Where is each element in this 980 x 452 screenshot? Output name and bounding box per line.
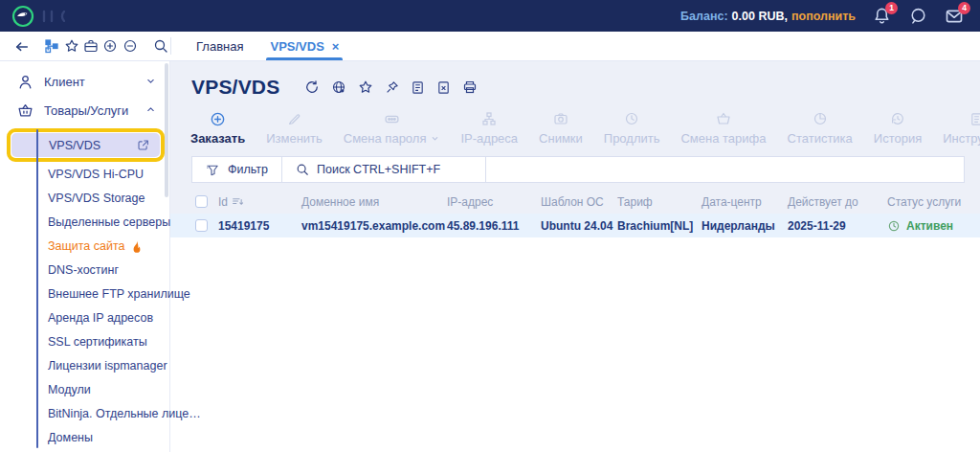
column-valid-until[interactable]: Действует до (788, 195, 887, 209)
table-empty-area (170, 237, 980, 452)
sidebar-item-label: DNS-хостинг (48, 259, 119, 282)
briefcase-icon[interactable] (81, 38, 100, 54)
support-chat[interactable] (907, 6, 928, 27)
cell-tariff: Brachium[NL] (617, 219, 702, 233)
sidebar-item-site-protection[interactable]: Защита сайта (0, 235, 169, 259)
renew-button[interactable]: Продлить (593, 111, 671, 146)
column-label: Id (218, 195, 228, 209)
back-arrow-icon[interactable] (11, 38, 31, 55)
pencil-icon (287, 111, 301, 126)
cell-os: Ubuntu 24.04 (541, 219, 617, 233)
ip-addresses-button[interactable]: IP-адреса (450, 111, 528, 146)
tab-close-icon[interactable]: × (332, 39, 340, 54)
sidebar-item-label: SSL сертификаты (48, 330, 147, 354)
sidebar-item-bitninja[interactable]: BitNinja. Отдельные лице… (0, 402, 169, 426)
sidebar-item-vps-hicpu[interactable]: VPS/VDS Hi-CPU (0, 163, 169, 187)
tab-vps-vds[interactable]: VPS/VDS × (270, 32, 339, 60)
globe-icon[interactable] (331, 79, 346, 95)
page-title: VPS/VDS (191, 76, 279, 99)
change-password-button[interactable]: Смена пароля (333, 111, 451, 146)
tab-vps-vds-label: VPS/VDS (270, 39, 323, 54)
sidebar-section-products[interactable]: Товары/Услуги (0, 96, 169, 124)
button-label: Смена тарифа (680, 131, 766, 146)
column-datacenter[interactable]: Дата-центр (702, 195, 788, 209)
statistics-button[interactable]: Статистика (777, 111, 863, 146)
column-tariff[interactable]: Тариф (617, 195, 702, 209)
button-label: Статистика (788, 131, 853, 146)
basket-icon (17, 102, 33, 119)
sidebar-scrollbar[interactable] (165, 63, 168, 197)
sidebar-section-label: Товары/Услуги (44, 103, 128, 118)
zoom-in-icon[interactable] (100, 38, 120, 54)
select-all-checkbox[interactable] (195, 195, 208, 208)
basket-icon (716, 111, 731, 126)
notifications-bell[interactable]: 1 (871, 6, 892, 27)
logo[interactable] (11, 5, 74, 28)
balance-value: 0.00 RUB, (732, 10, 788, 23)
column-status[interactable]: Статус услуги (887, 195, 980, 209)
plus-circle-icon (210, 111, 226, 126)
topbar-right: Баланс: 0.00 RUB, пополнить 1 4 (680, 6, 965, 27)
sidebar-item-domains[interactable]: Домены (0, 426, 169, 450)
cell-datacenter: Нидерланды (702, 219, 788, 233)
sidebar-item-modules[interactable]: Модули (0, 378, 169, 402)
search-trigger[interactable]: Поиск CTRL+SHIFT+F (282, 157, 485, 182)
print-icon[interactable] (462, 79, 478, 95)
export-icon[interactable] (436, 80, 451, 95)
sidebar-item-ftp[interactable]: Внешнее FTP хранилище (0, 282, 169, 306)
network-icon (481, 111, 497, 126)
order-button[interactable]: Заказать (180, 111, 256, 146)
status-badge: Активен (887, 219, 980, 233)
column-ip[interactable]: IP-адрес (447, 195, 541, 209)
report-icon[interactable] (411, 80, 425, 95)
refresh-icon[interactable] (304, 79, 320, 95)
status-clock-icon (887, 219, 901, 233)
column-domain[interactable]: Доменное имя (301, 195, 447, 209)
row-checkbox[interactable] (195, 219, 208, 232)
history-button[interactable]: История (863, 111, 932, 146)
zoom-out-icon[interactable] (120, 38, 139, 54)
search-icon[interactable] (151, 38, 170, 54)
sidebar-item-ispmanager[interactable]: Лицензии ispmanager (0, 354, 169, 378)
favorites-star-icon[interactable] (62, 38, 81, 54)
table-header: Id Доменное имя IP-адрес Шаблон ОС Тариф… (170, 190, 980, 214)
table-row[interactable]: 15419175 vm15419175.example.com 45.89.19… (170, 214, 980, 237)
snapshots-button[interactable]: Снимки (528, 111, 593, 146)
sidebar-item-label: Защита сайта (48, 235, 125, 259)
edit-button[interactable]: Изменить (256, 111, 333, 146)
topup-link[interactable]: пополнить (791, 10, 856, 23)
tree-menu-icon[interactable] (42, 38, 61, 54)
sidebar-item-label: Модули (48, 378, 91, 402)
sidebar-item-vps-storage[interactable]: VPS/VDS Storage (0, 187, 169, 211)
camera-icon (553, 111, 568, 126)
column-os[interactable]: Шаблон ОС (541, 195, 617, 209)
messages[interactable]: 4 (944, 6, 965, 27)
sidebar: Клиент Товары/Услуги VPS/VDS VPS/VDS Hi-… (0, 61, 170, 452)
column-id[interactable]: Id (218, 195, 301, 209)
star-icon[interactable] (358, 79, 373, 95)
sidebar-item-dns[interactable]: DNS-хостинг (0, 259, 169, 282)
page-head: VPS/VDS (170, 61, 980, 99)
button-label: Смена пароля (344, 131, 427, 146)
button-label: Снимки (539, 131, 583, 146)
pin-icon[interactable] (385, 80, 399, 95)
sidebar-section-client[interactable]: Клиент (0, 67, 169, 96)
column-label: Доменное имя (301, 195, 379, 209)
document-icon (969, 111, 980, 126)
instruction-button[interactable]: Инструкция (932, 111, 980, 146)
external-link-icon[interactable] (137, 139, 149, 151)
history-icon (890, 111, 905, 126)
cell-id: 15419175 (218, 219, 301, 233)
button-label: IP-адреса (460, 131, 518, 146)
sort-icon (232, 195, 244, 208)
sidebar-item-ssl[interactable]: SSL сертификаты (0, 330, 169, 354)
chevron-up-icon (145, 103, 156, 118)
sidebar-item-vps-vds[interactable]: VPS/VDS (11, 133, 160, 157)
clock-icon (624, 111, 639, 126)
sidebar-item-dedicated[interactable]: Выделенные серверы (0, 211, 169, 235)
filter-button[interactable]: Фильтр (192, 157, 281, 182)
change-tariff-button[interactable]: Смена тарифа (670, 111, 776, 146)
column-label: Действует до (788, 195, 858, 209)
tab-home[interactable]: Главная (196, 32, 243, 60)
sidebar-item-ip-rent[interactable]: Аренда IP адресов (0, 306, 169, 330)
